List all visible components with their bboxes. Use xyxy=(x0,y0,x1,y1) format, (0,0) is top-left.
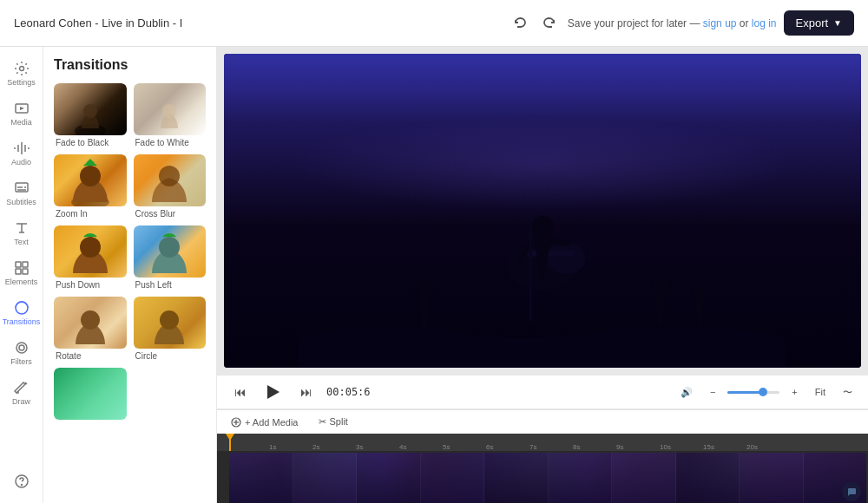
waveform-button[interactable]: 〜 xyxy=(838,382,858,402)
video-title: Leonard Cohen - Live in Dublin - I xyxy=(14,16,498,29)
zoom-in-button[interactable]: + xyxy=(786,383,802,401)
add-icon xyxy=(231,417,241,428)
play-icon xyxy=(267,385,279,399)
svg-rect-10 xyxy=(23,269,28,274)
video-track xyxy=(229,453,866,503)
transition-zoom-in[interactable]: Zoom In xyxy=(54,154,127,219)
playhead[interactable] xyxy=(229,434,231,451)
transition-label-cross-blur: Cross Blur xyxy=(134,209,207,219)
transition-label-zoom-in: Zoom In xyxy=(54,209,127,219)
svg-point-25 xyxy=(160,310,179,330)
sidebar-icons: Settings Media Audio Subtitles Text xyxy=(0,47,43,503)
sidebar-item-text[interactable]: Text xyxy=(0,213,43,253)
split-button[interactable]: ✂ Split xyxy=(315,415,351,429)
timeline-tracks xyxy=(217,451,868,503)
ruler-mark-5s: 5s xyxy=(443,443,450,451)
transition-label-circle: Circle xyxy=(134,351,207,361)
sidebar-item-help[interactable] xyxy=(0,467,43,496)
timeline-ruler: 1s 2s 3s 4s 5s 6s 7s 8s 9s 10s 15s 20s xyxy=(217,434,868,451)
transition-thumb-cross-blur xyxy=(134,154,207,206)
transition-label-push-down: Push Down xyxy=(54,280,127,290)
sidebar-item-media[interactable]: Media xyxy=(0,94,43,134)
transition-last[interactable] xyxy=(54,368,127,422)
svg-marker-2 xyxy=(20,107,24,110)
transition-push-down[interactable]: Push Down xyxy=(54,225,127,290)
transitions-panel: Transitions Fade to Black Fade to White xyxy=(43,47,217,503)
timeline: 1s 2s 3s 4s 5s 6s 7s 8s 9s 10s 15s 20s xyxy=(217,434,868,503)
sidebar-item-subtitles[interactable]: Subtitles xyxy=(0,173,43,213)
sidebar-item-draw[interactable]: Draw xyxy=(0,373,43,413)
log-in-link[interactable]: log in xyxy=(752,17,777,29)
transition-thumb-last xyxy=(54,368,127,420)
transition-rotate[interactable]: Rotate xyxy=(54,297,127,361)
sidebar-item-elements[interactable]: Elements xyxy=(0,253,43,293)
playhead-marker xyxy=(226,434,234,441)
timeline-toolbar: + Add Media ✂ Split xyxy=(217,409,868,434)
transition-thumb-zoom-in xyxy=(54,154,127,206)
svg-point-23 xyxy=(159,237,180,258)
video-area: ⏮ ⏭ 00:05:6 🔊 − + xyxy=(217,47,868,503)
transition-circle[interactable]: Circle xyxy=(134,297,207,361)
playback-left: ⏮ ⏭ 00:05:6 xyxy=(227,379,668,405)
top-bar-actions: Save your project for later — sign up or… xyxy=(509,10,854,36)
svg-point-22 xyxy=(80,237,101,258)
track-frames xyxy=(229,453,866,503)
zoom-slider-track[interactable] xyxy=(727,391,779,394)
svg-point-33 xyxy=(693,286,707,300)
transition-thumb-push-down xyxy=(54,225,127,278)
transition-thumb-fade-white xyxy=(134,83,207,135)
ruler-mark-15s: 15s xyxy=(703,443,714,451)
ruler-mark-4s: 4s xyxy=(399,443,406,451)
add-media-button[interactable]: + Add Media xyxy=(227,415,301,429)
zoom-out-button[interactable]: − xyxy=(705,383,720,401)
ruler-mark-10s: 10s xyxy=(660,443,671,451)
sidebar-item-transitions[interactable]: Transitions xyxy=(0,293,43,333)
fit-button[interactable]: Fit xyxy=(810,383,831,401)
playback-right: 🔊 − + Fit 〜 xyxy=(675,382,858,402)
chat-icon xyxy=(846,487,857,497)
svg-point-20 xyxy=(80,166,101,186)
svg-point-15 xyxy=(21,485,22,486)
volume-button[interactable]: 🔊 xyxy=(675,383,698,402)
svg-point-17 xyxy=(83,104,97,118)
ruler-mark-3s: 3s xyxy=(356,443,363,451)
transition-push-left[interactable]: Push Left xyxy=(134,225,207,290)
transition-thumb-push-left xyxy=(134,225,207,278)
undo-button[interactable] xyxy=(509,11,533,36)
svg-point-0 xyxy=(19,67,23,71)
skip-back-button[interactable]: ⏮ xyxy=(227,379,253,405)
svg-point-21 xyxy=(159,166,180,186)
transition-label-fade-black: Fade to Black xyxy=(54,138,127,147)
sign-up-link[interactable]: sign up xyxy=(703,17,737,29)
transition-label-fade-white: Fade to White xyxy=(134,138,207,147)
transition-thumb-circle xyxy=(134,297,207,349)
zoom-slider[interactable] xyxy=(727,391,779,394)
time-display: 00:05:6 xyxy=(326,386,371,398)
top-bar: Leonard Cohen - Live in Dublin - I Save … xyxy=(0,0,868,47)
transition-thumb-fade-black xyxy=(54,83,127,135)
transition-label-push-left: Push Left xyxy=(134,280,207,290)
transition-fade-black[interactable]: Fade to Black xyxy=(54,83,127,147)
redo-button[interactable] xyxy=(536,11,561,36)
transition-cross-blur[interactable]: Cross Blur xyxy=(134,154,207,219)
chat-bubble[interactable] xyxy=(842,482,861,501)
zoom-slider-thumb[interactable] xyxy=(759,388,767,396)
zoom-slider-fill xyxy=(727,391,761,394)
svg-point-18 xyxy=(162,104,176,118)
play-button[interactable] xyxy=(260,379,286,405)
skip-forward-button[interactable]: ⏭ xyxy=(293,379,319,405)
transition-thumb-rotate xyxy=(54,297,127,349)
transition-fade-white[interactable]: Fade to White xyxy=(134,83,207,147)
transitions-grid: Fade to Black Fade to White Zoom In xyxy=(54,83,206,422)
ruler-mark-8s: 8s xyxy=(573,443,580,451)
svg-point-30 xyxy=(531,215,553,237)
export-button[interactable]: Export ▼ xyxy=(784,10,854,36)
sidebar-item-settings[interactable]: Settings xyxy=(0,54,43,94)
sidebar-item-filters[interactable]: Filters xyxy=(0,333,43,373)
svg-point-12 xyxy=(16,343,27,353)
ruler-mark-7s: 7s xyxy=(529,443,536,451)
svg-point-31 xyxy=(417,281,432,297)
sidebar-item-audio[interactable]: Audio xyxy=(0,134,43,173)
ruler-mark-9s: 9s xyxy=(616,443,623,451)
svg-point-28 xyxy=(547,242,586,273)
